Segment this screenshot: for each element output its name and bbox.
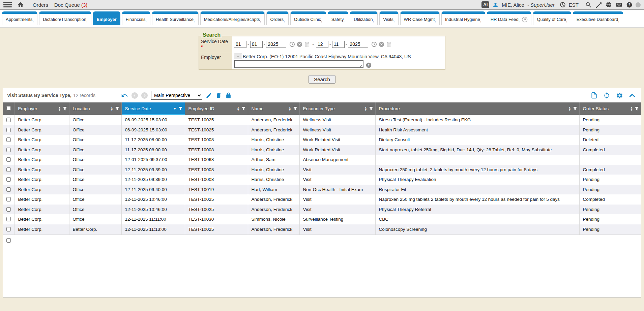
filter-funnel-icon[interactable] <box>241 106 246 111</box>
sort-icon[interactable]: ▲▼ <box>568 106 571 111</box>
row-checkbox[interactable] <box>6 128 11 132</box>
date-to-day-input[interactable] <box>332 41 345 48</box>
tab-executive-dashboard[interactable]: Executive Dashboard <box>573 11 623 25</box>
edit-pencil-icon[interactable] <box>206 92 212 99</box>
ai-badge[interactable]: AI <box>481 1 489 8</box>
filter-funnel-icon[interactable] <box>573 106 577 111</box>
column-header-service-date[interactable]: Service Date▼ <box>121 102 185 115</box>
sort-icon[interactable]: ▲▼ <box>630 106 633 111</box>
date-from-month-input[interactable] <box>234 41 246 48</box>
row-checkbox[interactable] <box>6 217 11 221</box>
tab-financials[interactable]: Financials <box>122 11 150 25</box>
date-from-year-input[interactable] <box>266 41 286 48</box>
sort-icon[interactable]: ▲▼ <box>237 106 240 111</box>
employer-search-input[interactable] <box>234 60 363 68</box>
column-header-name[interactable]: Name▲▼ <box>248 102 299 115</box>
refresh-icon[interactable] <box>603 92 610 99</box>
column-header-employee-id[interactable]: Employee ID▲▼ <box>185 102 248 115</box>
user-icon[interactable] <box>492 2 499 8</box>
time-picker-icon[interactable] <box>289 41 295 47</box>
calendar-icon[interactable] <box>304 41 310 47</box>
wand-icon[interactable] <box>595 1 602 8</box>
settings-gear-icon[interactable] <box>616 92 623 99</box>
user-name[interactable]: MIE, Alice <box>502 2 524 8</box>
filter-funnel-icon[interactable] <box>115 106 119 111</box>
footer-checkbox[interactable] <box>6 238 11 243</box>
row-checkbox[interactable] <box>6 187 11 192</box>
row-checkbox[interactable] <box>6 137 11 142</box>
row-checkbox[interactable] <box>6 157 11 162</box>
select-all-checkbox[interactable] <box>6 106 11 111</box>
sort-icon[interactable]: ▲▼ <box>111 106 113 111</box>
hamburger-menu-icon[interactable] <box>3 1 12 9</box>
globe-phone-icon[interactable] <box>605 1 612 8</box>
filter-funnel-icon[interactable] <box>369 106 373 111</box>
row-checkbox[interactable] <box>6 207 11 212</box>
undo-icon[interactable] <box>121 92 128 99</box>
tab-health-surveillance[interactable]: Health Surveillance <box>152 11 199 25</box>
tab-industrial-hygiene[interactable]: Industrial Hygiene <box>441 11 485 25</box>
filter-funnel-icon[interactable] <box>635 106 639 111</box>
cell-encounter-type: Visit <box>299 175 375 185</box>
trash-icon[interactable] <box>215 92 222 99</box>
breadcrumb-orders[interactable]: Orders <box>33 2 48 8</box>
column-header-employer[interactable]: Employer▲▼ <box>14 102 69 115</box>
tab-orders[interactable]: Orders <box>266 11 288 25</box>
clock-icon[interactable] <box>560 2 566 8</box>
cell-service-date: 11-17-2025 08:00:00 <box>121 135 185 145</box>
tab-medications-allergies-scripts[interactable]: Medications/Allergies/Scripts <box>200 11 265 25</box>
date-to-year-input[interactable] <box>348 41 368 48</box>
row-checkbox[interactable] <box>6 227 11 231</box>
row-checkbox[interactable] <box>6 197 11 201</box>
lock-icon[interactable] <box>225 92 232 99</box>
tab-wr-case-mgmt[interactable]: WR Case Mgmt <box>400 11 440 25</box>
prev-chevron-icon[interactable] <box>131 92 138 99</box>
column-header-location[interactable]: Location▲▼ <box>69 102 121 115</box>
help-icon[interactable]: ? <box>626 2 633 8</box>
cell-procedure: Start naproxen, tablet 250mg, Sig:bid, D… <box>375 145 579 155</box>
filter-funnel-icon[interactable] <box>178 106 183 111</box>
next-chevron-icon[interactable] <box>141 92 148 99</box>
date-from-day-input[interactable] <box>250 41 263 48</box>
perspective-select[interactable]: Main Perspective <box>151 91 202 100</box>
time-picker-icon[interactable] <box>371 41 377 47</box>
cell-employer: Better Corp. <box>14 125 69 135</box>
tab-quality-of-care[interactable]: Quality of Care <box>533 11 571 25</box>
tab-employer[interactable]: Employer <box>93 11 120 25</box>
topbar: Orders Doc Queue (3) AI MIE, Alice - Sup… <box>0 0 644 10</box>
clear-x-icon[interactable] <box>297 41 302 47</box>
search-button[interactable]: Search <box>309 75 335 84</box>
date-to-month-input[interactable] <box>316 41 328 48</box>
tab-utilization[interactable]: Utilization <box>350 11 378 25</box>
column-header-order-status[interactable]: Order Status▲▼ <box>579 102 641 115</box>
tab-appointments[interactable]: Appointments <box>2 11 37 25</box>
search-icon[interactable] <box>585 1 592 8</box>
row-checkbox[interactable] <box>6 148 11 152</box>
sort-icon[interactable]: ▲▼ <box>58 106 61 111</box>
tab-visits[interactable]: Visits <box>379 11 398 25</box>
tab-safety[interactable]: Safety <box>328 11 349 25</box>
breadcrumb-doc-queue[interactable]: Doc Queue (3) <box>54 2 87 8</box>
row-checkbox[interactable] <box>6 118 11 122</box>
sort-icon[interactable]: ▲▼ <box>364 106 367 111</box>
column-header-encounter-type[interactable]: Encounter Type▲▼ <box>299 102 375 115</box>
row-checkbox[interactable] <box>6 177 11 182</box>
clear-x-icon[interactable] <box>379 41 384 47</box>
tab-dictation-transcription[interactable]: Dictation/Transcription <box>39 11 91 25</box>
sort-desc-icon[interactable]: ▼ <box>173 107 177 111</box>
filter-funnel-icon[interactable] <box>63 106 67 111</box>
help-icon[interactable]: ? <box>366 62 372 68</box>
column-header-procedure[interactable]: Procedure▲▼ <box>375 102 579 115</box>
row-checkbox-cell <box>3 214 14 224</box>
calendar-icon[interactable] <box>386 41 392 47</box>
tab-outside-clinic[interactable]: Outside Clinic <box>290 11 326 25</box>
row-checkbox[interactable] <box>6 167 11 172</box>
new-document-icon[interactable] <box>591 92 597 99</box>
tab-hr-data-feed[interactable]: HR Data Feed <box>487 11 532 25</box>
home-icon[interactable] <box>17 1 24 8</box>
filter-funnel-icon[interactable] <box>293 106 297 111</box>
keyboard-icon[interactable] <box>615 1 623 8</box>
collapse-chevron-icon[interactable] <box>629 92 636 99</box>
sort-icon[interactable]: ▲▼ <box>289 106 291 111</box>
remove-employer-button[interactable]: − <box>234 54 242 59</box>
